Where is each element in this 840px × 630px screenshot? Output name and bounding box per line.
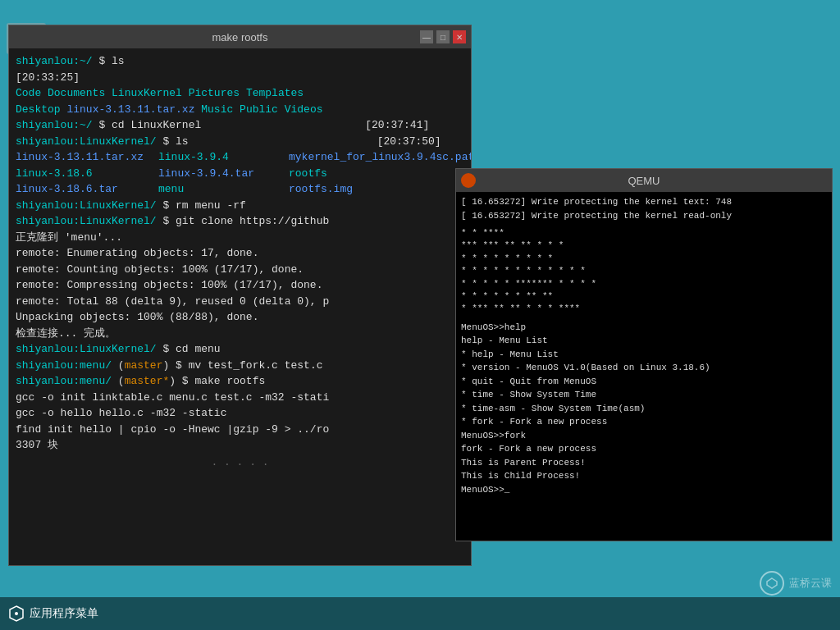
qemu-help-item4: * time - Show System Time [461,388,827,402]
terminal-line-1: shiyanlou:~/ $ ls[20:33:25] [16,53,464,85]
minimize-button[interactable]: — [420,30,433,43]
taskbar: 应用程序菜单 [0,597,840,630]
qemu-help-item2: * version - MenuOS V1.0(Based on Linux 3… [461,361,827,375]
qemu-help-item1: * help - Menu List [461,348,827,362]
terminal-gcc2: gcc -o hello hello.c -m32 -static [16,405,464,422]
close-button[interactable]: ✕ [453,30,466,43]
prompt-1: shiyanlou:~/ [16,55,93,67]
qemu-body[interactable]: [ 16.653272] Write protecting the kernel… [456,192,832,541]
taskbar-apps-area: 应用程序菜单 [8,605,98,622]
qemu-fork-cmd: MenuOS>>fork [461,429,827,443]
qemu-help-item3: * quit - Quit from MenuOS [461,375,827,389]
qemu-line-kern1: [ 16.653272] Write protecting the kernel… [461,195,827,209]
qemu-help-item6: * fork - Fork a new process [461,415,827,429]
terminal-blocks: 3307 块 [16,437,464,454]
terminal-body[interactable]: shiyanlou:~/ $ ls[20:33:25] Code Documen… [9,48,471,565]
qemu-parent: This is Parent Process! [461,456,827,470]
terminal-cd-menu: shiyanlou:LinuxKernel/ $ cd menu [16,341,464,358]
terminal-make: shiyanlou:menu/ (master*) $ make rootfs [16,373,464,390]
terminal-line-4: shiyanlou:~/ $ cd LinuxKernel[20:37:41] [16,117,464,134]
terminal-window: make rootfs — □ ✕ shiyanlou:~/ $ ls[20:3… [8,25,472,566]
terminal-titlebar: make rootfs — □ ✕ [9,25,471,48]
terminal-unpack: Unpacking objects: 100% (88/88), done. [16,309,464,326]
qemu-titlebar: QEMU [456,169,832,192]
files-row-2: linux-3.18.6 linux-3.9.4.tar rootfs [16,166,464,182]
terminal-enum: remote: Enumerating objects: 17, done. [16,245,464,262]
logo-circle [760,571,784,596]
qemu-title: QEMU [628,175,660,187]
qemu-icon [461,173,476,188]
terminal-compress: remote: Compressing objects: 100% (17/17… [16,277,464,294]
qemu-prompt: MenuOS>>_ [461,483,827,497]
qemu-child: This is Child Process! [461,469,827,483]
qemu-help-cmd: MenuOS>>help [461,321,827,335]
terminal-line-5: shiyanlou:LinuxKernel/ $ ls[20:37:50] [16,134,464,150]
files-row-3: linux-3.18.6.tar menu rootfs.img [16,181,464,198]
files-row-1: linux-3.13.11.tar.xz linux-3.9.4 mykerne… [16,149,464,166]
terminal-line-2: Code Documents LinuxKernel Pictures Temp… [16,85,464,102]
terminal-total: remote: Total 88 (delta 9), reused 0 (de… [16,294,464,310]
qemu-help-title: help - Menu List [461,334,827,348]
svg-point-0 [15,612,18,615]
terminal-line-rm: shiyanlou:LinuxKernel/ $ rm menu -rf [16,198,464,214]
qemu-window: QEMU [ 16.653272] Write protecting the k… [455,168,833,541]
scroll-dots: · · · · · [16,457,464,473]
terminal-line-git: shiyanlou:LinuxKernel/ $ git clone https… [16,213,464,230]
watermark: 蓝桥云课 [760,571,832,596]
maximize-button[interactable]: □ [436,30,450,43]
terminal-mv: shiyanlou:menu/ (master) $ mv test_fork.… [16,358,464,374]
terminal-clone-msg: 正克隆到 'menu'... [16,230,464,246]
terminal-find: find init hello | cpio -o -Hnewc |gzip -… [16,422,464,438]
terminal-count: remote: Counting objects: 100% (17/17), … [16,262,464,278]
qemu-help-item5: * time-asm - Show System Time(asm) [461,402,827,416]
app-menu-icon [8,605,25,622]
qemu-line-kern2: [ 16.653272] Write protecting the kernel… [461,209,827,223]
qemu-fork-desc: fork - Fork a new process [461,442,827,456]
watermark-text: 蓝桥云课 [789,576,832,591]
terminal-gcc1: gcc -o init linktable.c menu.c test.c -m… [16,390,464,406]
terminal-title: make rootfs [212,31,268,43]
terminal-line-3: Desktop linux-3.13.11.tar.xz Music Publi… [16,102,464,118]
qemu-art: * * **** *** *** ** ** * * * * * * * * *… [461,227,827,316]
app-menu-label[interactable]: 应用程序菜单 [30,606,98,621]
terminal-check: 检查连接... 完成。 [16,326,464,342]
